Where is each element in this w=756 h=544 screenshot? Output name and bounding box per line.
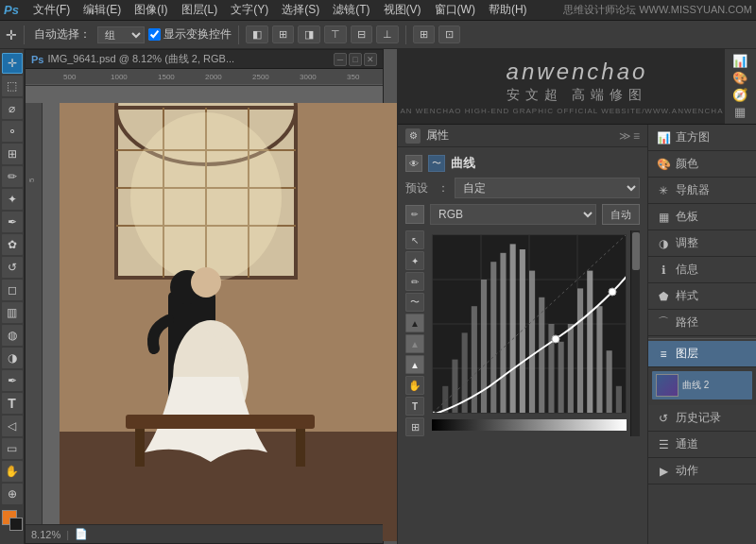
doc-minimize-btn[interactable]: ─ — [334, 53, 347, 66]
distribute-btn[interactable]: ⊞ — [413, 26, 435, 43]
color-panel: 🎨 颜色 — [648, 151, 756, 178]
info-label: 信息 — [676, 262, 698, 278]
curves-pointer-tool[interactable]: ↖ — [405, 230, 424, 249]
curves-extra-tool[interactable]: ⊞ — [405, 417, 424, 436]
align-left-btn[interactable]: ◧ — [246, 26, 268, 43]
lasso-tool[interactable]: ⌀ — [2, 98, 23, 119]
photo-canvas[interactable] — [60, 103, 397, 541]
prop-menu-btn[interactable]: ≡ — [633, 129, 640, 143]
color-icon[interactable]: 🎨 — [727, 70, 753, 85]
channel-tool-icon[interactable]: ✏ — [405, 205, 424, 224]
move-tool-icon: ✛ — [6, 27, 17, 42]
adjustments-panel: ◑ 调整 — [648, 230, 756, 257]
paths-tab[interactable]: ⌒ 路径 — [648, 310, 756, 335]
preset-dropdown[interactable]: 自定 默认 彩色负片 反相 — [455, 178, 640, 198]
path-tool[interactable]: ◁ — [2, 416, 23, 436]
paths-tab-icon: ⌒ — [656, 315, 671, 331]
swatches-tab[interactable]: ▦ 色板 — [648, 204, 756, 230]
align-top-btn[interactable]: ⊤ — [324, 26, 347, 43]
layers-tab[interactable]: ≡ 图层 — [648, 341, 756, 366]
scrollbar-thumb[interactable] — [632, 232, 640, 270]
histogram-icon[interactable]: 📊 — [727, 53, 753, 68]
properties-title: 属性 — [426, 128, 449, 144]
paths-label: 路径 — [676, 314, 698, 331]
layer-item-1[interactable]: 曲线 2 — [652, 371, 752, 400]
svg-text:350: 350 — [347, 73, 360, 81]
show-transform-checkbox[interactable] — [148, 28, 161, 41]
healing-brush-tool[interactable]: ✦ — [2, 189, 23, 210]
curves-scrollbar[interactable] — [630, 230, 640, 436]
align-bottom-btn[interactable]: ⊥ — [376, 26, 399, 43]
eyedropper-tool[interactable]: ✏ — [2, 166, 23, 187]
swatches-icon[interactable]: ▦ — [727, 105, 753, 120]
navigator-icon[interactable]: 🧭 — [727, 88, 753, 103]
align-middle-btn[interactable]: ⊟ — [351, 26, 372, 43]
menu-view[interactable]: 视图(V) — [377, 0, 428, 20]
menu-window[interactable]: 窗口(W) — [428, 0, 482, 20]
menu-select[interactable]: 选择(S) — [275, 0, 326, 20]
color-tab[interactable]: 🎨 颜色 — [648, 151, 756, 177]
adjustments-tab[interactable]: ◑ 调整 — [648, 230, 756, 256]
quick-select-tool[interactable]: ⚬ — [2, 121, 23, 142]
type-tool[interactable]: T — [2, 393, 23, 414]
align-center-btn[interactable]: ⊞ — [272, 26, 294, 43]
curves-point-tool[interactable]: ✦ — [405, 251, 424, 270]
curves-eyedropper-black[interactable]: ▲ — [405, 314, 424, 332]
menu-image[interactable]: 图像(I) — [128, 0, 174, 20]
shape-tool[interactable]: ▭ — [2, 438, 23, 459]
navigator-panel: ✳ 导航器 — [648, 178, 756, 204]
show-transform-label[interactable]: 显示变换控件 — [148, 26, 232, 42]
gradient-tool[interactable]: ▥ — [2, 302, 23, 323]
move-tool[interactable]: ✛ — [2, 53, 23, 74]
info-tab[interactable]: ℹ 信息 — [648, 257, 756, 282]
hand-tool[interactable]: ✋ — [2, 461, 23, 482]
ruler-top: 500 1000 1500 2000 2500 3000 350 — [26, 69, 383, 86]
doc-close-btn[interactable]: ✕ — [364, 53, 377, 66]
auto-select-dropdown[interactable]: 组 图层 — [97, 26, 145, 43]
curves-hand-tool[interactable]: ✋ — [405, 376, 424, 395]
curves-eyedropper-white[interactable]: ▲ — [405, 355, 424, 374]
blur-tool[interactable]: ◍ — [2, 325, 23, 346]
brush-tool[interactable]: ✒ — [2, 212, 23, 232]
menu-help[interactable]: 帮助(H) — [482, 0, 534, 20]
curves-draw-tool[interactable]: ✏ — [405, 272, 424, 291]
menu-type[interactable]: 文字(Y) — [224, 0, 275, 20]
curves-eyedropper-gray[interactable]: ▲ — [405, 334, 424, 353]
adjustments-label: 调整 — [676, 235, 698, 251]
color-swatch[interactable] — [2, 510, 23, 531]
menu-filter[interactable]: 滤镜(T) — [326, 0, 376, 20]
dodge-tool[interactable]: ◑ — [2, 348, 23, 368]
curves-text-tool[interactable]: T — [405, 397, 424, 416]
transform-btn[interactable]: ⊡ — [438, 26, 460, 43]
svg-rect-36 — [126, 415, 315, 429]
align-right-btn[interactable]: ◨ — [298, 26, 320, 43]
histogram-tab[interactable]: 📊 直方图 — [648, 125, 756, 150]
prop-expand-btn[interactable]: ≫ — [619, 129, 631, 143]
background-color[interactable] — [9, 518, 23, 531]
layers-label: 图层 — [676, 346, 698, 362]
menu-file[interactable]: 文件(F) — [26, 0, 77, 20]
svg-text:5: 5 — [27, 178, 36, 182]
menu-edit[interactable]: 编辑(E) — [77, 0, 128, 20]
history-brush-tool[interactable]: ↺ — [2, 257, 23, 278]
auto-button[interactable]: 自动 — [602, 204, 640, 225]
eraser-tool[interactable]: ◻ — [2, 280, 23, 300]
svg-point-65 — [552, 335, 559, 343]
actions-tab-icon: ▶ — [656, 464, 671, 479]
clone-stamp-tool[interactable]: ✿ — [2, 234, 23, 255]
curves-graph[interactable] — [432, 234, 627, 414]
actions-tab[interactable]: ▶ 动作 — [648, 458, 756, 484]
curves-visibility[interactable]: 👁 — [405, 155, 422, 172]
styles-tab[interactable]: ⬟ 样式 — [648, 283, 756, 309]
history-tab[interactable]: ↺ 历史记录 — [648, 405, 756, 431]
channel-dropdown[interactable]: RGB 红 绿 蓝 — [430, 204, 596, 225]
menu-layer[interactable]: 图层(L) — [175, 0, 225, 20]
curves-smooth-tool[interactable]: 〜 — [405, 293, 424, 312]
crop-tool[interactable]: ⊞ — [2, 144, 23, 164]
selection-tool[interactable]: ⬚ — [2, 76, 23, 96]
zoom-tool[interactable]: ⊕ — [2, 484, 23, 504]
navigator-tab[interactable]: ✳ 导航器 — [648, 178, 756, 203]
pen-tool[interactable]: ✒ — [2, 370, 23, 391]
channels-tab[interactable]: ☰ 通道 — [648, 432, 756, 457]
doc-restore-btn[interactable]: □ — [349, 53, 362, 66]
